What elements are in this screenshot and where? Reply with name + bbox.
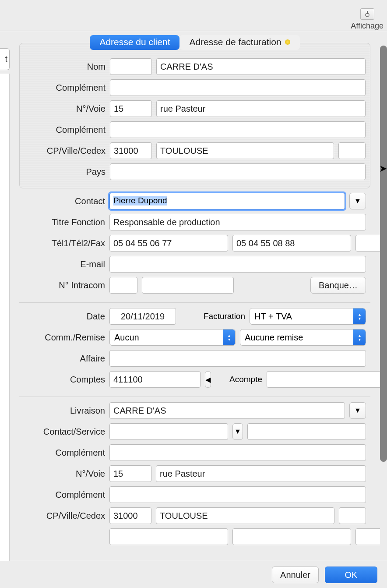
label-tel: Tél1/Tél2/Fax [24,238,105,248]
triangle-left-icon: ◀ [205,375,211,384]
livraison-nom-input[interactable] [109,402,345,419]
intracom1-input[interactable] [109,277,137,294]
label-acompte: Acompte [229,375,262,384]
nom-prefix-input[interactable] [110,58,152,75]
pays-input[interactable] [110,163,366,180]
label-nvoie: N°/Voie [24,104,106,114]
livraison-complement1-input[interactable] [109,444,366,461]
acompte-input[interactable] [267,371,380,388]
numero-input[interactable] [110,100,152,117]
label-comptes: Comptes [24,375,105,385]
label-cpville: CP/Ville/Cedex [24,146,106,156]
commercial-value: Aucun [114,333,139,343]
cancel-label: Annuler [280,570,310,580]
select-stepper-icon [353,308,366,324]
compte-input[interactable] [109,371,201,388]
contact-input[interactable] [109,193,345,209]
label-contact: Contact [24,196,105,206]
contact-dropdown-button[interactable]: ▼ [349,193,366,209]
label-commremise: Comm./Remise [24,333,105,343]
label-facturation: Facturation [193,312,245,321]
extra-input-2[interactable] [232,528,351,545]
livraison-voie-input[interactable] [156,465,366,482]
livraison-cp-input[interactable] [109,507,151,524]
vertical-scrollbar[interactable] [380,46,387,462]
commercial-select[interactable]: Aucun [109,329,236,346]
livraison-dropdown-button[interactable]: ▼ [349,402,366,419]
banque-label: Banque… [319,280,358,290]
left-panel [0,74,10,561]
label-date: Date [24,312,105,322]
dialog-footer: Annuler OK [0,561,387,588]
tel2-input[interactable] [232,235,351,251]
svg-rect-0 [367,11,368,14]
left-tab-fragment[interactable]: t [0,48,10,70]
label-livraison: Livraison [24,406,105,416]
status-dot-icon [285,39,290,45]
ok-button[interactable]: OK [325,567,377,583]
chevron-down-icon: ▼ [354,197,361,205]
banque-button[interactable]: Banque… [310,277,366,294]
titre-input[interactable] [109,214,366,230]
tab-adresse-client[interactable]: Adresse du client [90,35,179,50]
livraison-contact-input[interactable] [109,423,228,440]
client-address-group: Nom Complément N°/Voie Complément CP/Vil… [19,43,370,188]
tel1-input[interactable] [109,235,228,251]
tab-label: Adresse de facturation [189,37,281,47]
tab-adresse-facturation[interactable]: Adresse de facturation [179,35,299,50]
top-toolbar: Affichage [351,0,387,31]
fax-input[interactable] [355,235,380,251]
affichage-label: Affichage [351,21,383,31]
livraison-num-input[interactable] [109,465,151,482]
ok-label: OK [345,570,358,580]
complement1-input[interactable] [110,79,366,96]
label-complement: Complément [24,83,106,93]
select-stepper-icon [223,329,235,345]
facturation-value: HT + TVA [254,312,292,322]
label-titre: Titre Fonction [24,217,105,227]
label-pays: Pays [24,167,106,177]
date-input[interactable] [109,308,176,325]
select-stepper-icon [353,329,366,345]
left-tab-label: t [5,54,7,64]
toggle-switch-icon [360,8,374,20]
remise-select[interactable]: Aucune remise [240,329,366,346]
cedex-input[interactable] [338,142,366,159]
label-liv-complement: Complément [24,448,105,458]
complement2-input[interactable] [110,121,366,138]
chevron-down-icon: ▼ [354,407,361,414]
voie-input[interactable] [156,100,366,117]
remise-value: Aucune remise [245,333,303,343]
livraison-complement2-input[interactable] [109,486,366,503]
cancel-button[interactable]: Annuler [272,567,319,583]
extra-input-3[interactable] [355,528,380,545]
intracom2-input[interactable] [142,277,234,294]
label-affaire: Affaire [24,354,105,364]
livraison-service-input[interactable] [247,423,366,440]
livraison-cedex-input[interactable] [339,507,366,524]
compte-prev-button[interactable]: ◀ [205,371,211,388]
facturation-select[interactable]: HT + TVA [250,308,366,325]
ville-input[interactable] [156,142,334,159]
affaire-input[interactable] [109,350,366,367]
email-input[interactable] [109,256,366,273]
label-complement2: Complément [24,125,106,135]
chevron-down-icon: ▼ [234,428,241,436]
label-liv-complement2: Complément [24,490,105,500]
livraison-ville-input[interactable] [156,507,334,524]
affichage-toolbar-item[interactable]: Affichage [351,7,383,31]
label-nom: Nom [24,62,106,72]
label-liv-cpville: CP/Ville/Cedex [24,511,105,521]
livraison-contact-dropdown[interactable]: ▼ [232,423,243,440]
dossier-section: Date Facturation HT + TVA Comm./Remise A… [19,308,370,394]
tab-label: Adresse du client [99,37,170,47]
label-intracom: N° Intracom [24,280,105,290]
nom-input[interactable] [156,58,366,75]
extra-input-1[interactable] [109,528,228,545]
label-liv-nvoie: N°/Voie [24,469,105,479]
contact-section: Contact Pierre Dupond ▼ Titre Fonction T… [19,188,370,300]
label-email: E-mail [24,259,105,269]
label-contactservice: Contact/Service [24,427,105,437]
livraison-section: Livraison ▼ Contact/Service ▼ Complément… [19,402,370,551]
cp-input[interactable] [110,142,152,159]
